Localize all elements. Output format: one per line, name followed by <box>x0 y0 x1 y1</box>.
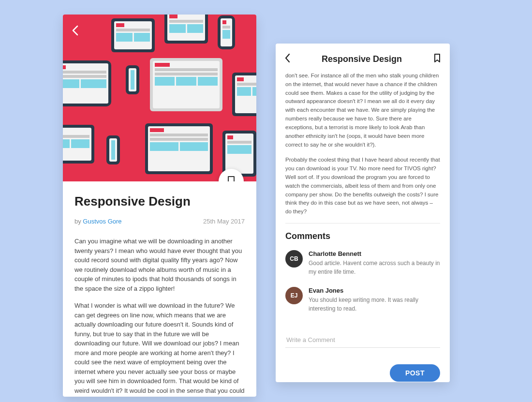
comment-author: Evan Jones <box>309 287 440 294</box>
article-title: Responsive Design <box>74 194 245 209</box>
hero-image <box>63 15 256 181</box>
article-author[interactable]: by Gustvos Gore <box>74 218 122 225</box>
author-prefix: by <box>74 218 83 225</box>
bookmark-icon <box>226 176 236 181</box>
header: Responsive Design <box>276 44 450 72</box>
comment-body: Evan Jones You should keep writing more.… <box>309 287 440 313</box>
post-row: POST <box>285 364 440 382</box>
author-name: Gustvos Gore <box>83 218 121 225</box>
write-comment-area <box>285 332 440 348</box>
article-body: Can you imagine what we will be download… <box>74 237 245 397</box>
comments-title: Comments <box>285 231 440 241</box>
comment-item: EJ Evan Jones You should keep writing mo… <box>285 287 440 313</box>
bookmark-icon <box>433 53 441 63</box>
content: don't see. For instance all of the men w… <box>276 72 450 382</box>
comment-text: You should keep writing more. It was rea… <box>309 296 440 313</box>
article-date: 25th May 2017 <box>203 218 245 225</box>
post-button[interactable]: POST <box>390 364 440 382</box>
back-button[interactable] <box>72 25 78 38</box>
avatar[interactable]: EJ <box>285 287 303 304</box>
article-paragraph: Probably the coolest thing that I have h… <box>285 156 440 216</box>
article-paragraph: don't see. For instance all of the men w… <box>285 72 440 149</box>
article-meta: by Gustvos Gore 25th May 2017 <box>74 218 245 225</box>
divider <box>285 223 440 223</box>
article-paragraph: Can you imagine what we will be download… <box>74 237 245 293</box>
article-detail-screen: Responsive Design by Gustvos Gore 25th M… <box>63 15 256 397</box>
comment-body: Charlotte Bennett Good article. Havent c… <box>309 250 440 276</box>
comment-input[interactable] <box>285 332 440 348</box>
article-paragraph: What I wonder is what will we download i… <box>74 301 245 397</box>
back-button[interactable] <box>284 53 290 65</box>
comment-item: CB Charlotte Bennett Good article. Haven… <box>285 250 440 276</box>
hero-pattern <box>63 15 256 181</box>
header-title: Responsive Design <box>322 54 402 64</box>
avatar[interactable]: CB <box>285 250 303 268</box>
comment-author: Charlotte Bennett <box>309 250 440 257</box>
article-comments-screen: Responsive Design don't see. For instanc… <box>276 44 450 382</box>
bookmark-button[interactable] <box>433 53 441 65</box>
article-content: Responsive Design by Gustvos Gore 25th M… <box>63 181 256 397</box>
comment-text: Good article. Havent come across such a … <box>309 259 440 276</box>
